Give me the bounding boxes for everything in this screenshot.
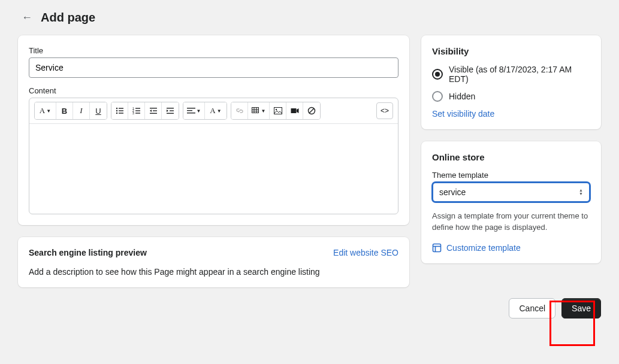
svg-rect-12 [150,108,157,108]
svg-marker-13 [150,110,152,112]
title-input[interactable] [29,57,398,78]
radio-selected-icon [432,69,443,80]
visibility-hidden-label: Hidden [449,92,475,101]
svg-rect-15 [150,113,157,114]
theme-template-label: Theme template [432,171,590,180]
clear-format-button[interactable] [303,102,320,119]
svg-rect-28 [274,108,282,114]
svg-point-2 [116,110,117,111]
numbered-list-button[interactable]: 123 [128,102,145,119]
theme-template-value: service [439,187,466,197]
visibility-hidden-radio[interactable]: Hidden [432,91,590,102]
seo-title: Search engine listing preview [29,248,147,257]
page-title: Add page [41,11,95,25]
select-sort-icon: ▲▼ [579,189,583,196]
visibility-card: Visibility Visible (as of 8/17/2023, 2:1… [421,35,601,129]
indent-button[interactable] [162,102,179,119]
customize-template-link[interactable]: Customize template [432,243,590,253]
svg-marker-31 [297,108,299,113]
customize-icon [432,243,442,253]
svg-rect-1 [119,108,123,108]
italic-button[interactable]: I [73,102,90,119]
rich-text-editor: A▼ B I U 123 [29,98,398,214]
cancel-button[interactable]: Cancel [509,298,555,318]
title-label: Title [29,46,398,55]
edit-seo-link[interactable]: Edit website SEO [333,248,398,257]
svg-rect-22 [187,113,195,113]
svg-rect-23 [252,108,258,113]
visibility-title: Visibility [432,46,590,56]
paragraph-style-button[interactable]: A▼ [35,102,56,119]
visibility-visible-label: Visible (as of 8/17/2023, 2:17 AM EDT) [449,65,590,84]
svg-rect-20 [187,108,195,108]
align-button[interactable]: ▼ [183,102,205,119]
svg-rect-30 [291,108,296,113]
visibility-visible-radio[interactable]: Visible (as of 8/17/2023, 2:17 AM EDT) [432,65,590,84]
svg-point-4 [116,113,117,114]
outdent-button[interactable] [145,102,162,119]
theme-template-select[interactable]: service ▲▼ [432,182,590,202]
page-content-card: Title Content A▼ B I U [18,35,409,225]
online-store-title: Online store [432,152,590,162]
image-button[interactable] [270,102,286,119]
html-view-button[interactable]: <> [376,102,393,119]
underline-button[interactable]: U [90,102,107,119]
svg-rect-5 [119,113,123,113]
svg-rect-7 [135,108,140,108]
svg-rect-11 [135,113,140,113]
back-arrow-icon[interactable]: ← [22,11,32,24]
svg-point-29 [275,109,276,110]
set-visibility-date-link[interactable]: Set visibility date [432,109,494,119]
editor-toolbar: A▼ B I U 123 [29,98,398,124]
video-button[interactable] [286,102,303,119]
template-helper-text: Assign a template from your current them… [432,211,590,233]
seo-card: Search engine listing preview Edit websi… [18,237,409,287]
radio-unselected-icon [432,91,443,102]
content-editor-area[interactable] [29,124,398,214]
svg-rect-19 [167,113,174,114]
svg-rect-34 [433,244,441,251]
text-color-button[interactable]: A▼ [205,102,227,119]
svg-rect-9 [135,110,140,111]
link-button[interactable] [231,102,248,119]
svg-rect-18 [170,110,174,111]
svg-marker-17 [167,110,168,112]
svg-line-33 [309,108,314,113]
svg-rect-21 [187,110,192,111]
svg-rect-3 [119,110,123,111]
svg-rect-16 [167,108,174,108]
bullet-list-button[interactable] [111,102,128,119]
svg-point-0 [116,108,117,109]
customize-template-label: Customize template [446,243,521,253]
content-label: Content [29,86,398,95]
seo-description: Add a description to see how this Page m… [29,267,398,277]
bold-button[interactable]: B [56,102,73,119]
svg-rect-14 [153,110,157,111]
table-button[interactable]: ▼ [248,102,270,119]
svg-text:3: 3 [132,111,134,115]
save-button[interactable]: Save [561,298,601,318]
online-store-card: Online store Theme template service ▲▼ A… [421,141,601,263]
